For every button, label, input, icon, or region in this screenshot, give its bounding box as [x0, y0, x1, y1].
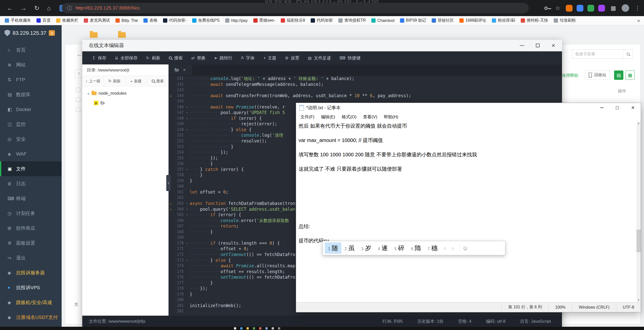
menu-dots-icon[interactable]: ⋮	[635, 5, 640, 12]
ime-candidate[interactable]: 4遂	[375, 242, 391, 254]
editor-toolbar-save_all-button[interactable]: ⇊全部保存	[110, 51, 142, 64]
bookmark-item[interactable]: Bitly. The	[113, 16, 141, 25]
editor-toolbar-save-button[interactable]: ↧保存	[88, 51, 110, 64]
editor-toolbar-goto-button[interactable]: ➤跳转行	[210, 51, 237, 64]
sidebar-item-appstore[interactable]: ⊞软件商店	[0, 221, 62, 236]
code-line[interactable]: 141········console.log('地址: ' + address …	[169, 76, 562, 82]
bookmark-item[interactable]: Chaintool	[369, 16, 397, 25]
sidebar-item-site[interactable]: ⊕网站	[0, 57, 62, 72]
close-button[interactable]: ✕	[625, 103, 641, 113]
taskbar-icon[interactable]	[278, 327, 280, 329]
bookmark-item[interactable]: 垃圾刷粉	[551, 16, 579, 25]
sidebar-item-promo-jump[interactable]: ◆跳板机/安全/高速	[0, 295, 62, 310]
tree-item[interactable]: jsfjs	[82, 98, 168, 108]
fold-icon[interactable]: ▾	[186, 167, 188, 173]
bookmark-item[interactable]: 百度	[34, 16, 53, 25]
maximize-button[interactable]	[610, 103, 625, 113]
row-checkbox[interactable]	[76, 88, 80, 92]
bookmark-item[interactable]: BIP39 助记	[397, 16, 429, 25]
bookmark-item[interactable]: http://pay	[222, 16, 251, 25]
sidebar-item-promo-vps[interactable]: ●抗投诉VPS	[0, 280, 62, 295]
home-icon[interactable]: ⌂	[47, 5, 51, 12]
notepad-titlebar[interactable]: *说明.txt - 记事本 ✕	[296, 103, 641, 113]
scroll-down-icon[interactable]: ▼	[636, 298, 641, 302]
fold-icon[interactable]: ▾	[186, 258, 188, 264]
bookmark-item[interactable]: 手机收藏夹	[2, 16, 34, 25]
bookmark-item[interactable]: 福彩快乐8	[278, 16, 308, 25]
menu-item[interactable]: 编辑(E)	[318, 114, 339, 120]
ime-candidate[interactable]: 5碎	[391, 242, 408, 254]
ime-prev-icon[interactable]: ‹	[441, 245, 449, 252]
search-input[interactable]	[572, 52, 623, 56]
menu-item[interactable]: 格式(O)	[338, 114, 360, 120]
editor-toolbar-hotkeys-button[interactable]: ⌨快捷键	[335, 51, 365, 64]
menu-item[interactable]: 文件(F)	[297, 114, 318, 120]
taskbar-icon[interactable]	[253, 327, 255, 329]
bookmark-item[interactable]: 代码加密-	[160, 16, 189, 25]
server-header[interactable]: 83.229.125.37 0	[0, 25, 62, 36]
code-line[interactable]: ⚠144········await sendTransferFrom(tronW…	[169, 93, 562, 99]
bookmark-item[interactable]: 推特粉-又快	[518, 16, 551, 25]
minimize-icon[interactable]	[520, 45, 524, 46]
fold-icon[interactable]: ▾	[186, 201, 188, 207]
sidebar-item-promo-server[interactable]: ◆抗投诉服务器	[0, 265, 62, 280]
url-bar[interactable]: ⓘ http://83.229.125.37:8888/files	[62, 3, 529, 13]
fold-icon[interactable]: ▾	[186, 116, 188, 122]
url-text[interactable]: http://83.229.125.37:8888/files	[75, 5, 140, 11]
files-toolbar-refresh-button[interactable]: ↻刷新	[104, 76, 126, 86]
editor-titlebar[interactable]: 在线文本编辑器 ✕	[82, 40, 562, 51]
bookmark-item[interactable]: 查询授权TR	[336, 16, 369, 25]
ime-candidate[interactable]: 1随	[325, 242, 341, 254]
sidebar-item-terminal[interactable]: ⌨终端	[0, 191, 62, 206]
back-icon[interactable]: ←	[7, 5, 13, 12]
editor-toolbar-refresh-button[interactable]: ↻刷新	[142, 51, 165, 64]
notepad-content[interactable]: 然后 如果有代币大于你设置的阈值 就会自动提币var max_amount = …	[296, 121, 641, 302]
panel-collapse-handle[interactable]: ‹	[166, 175, 171, 191]
search-button[interactable]	[623, 50, 632, 58]
editor-toolbar-font-button[interactable]: A字体	[237, 51, 259, 64]
ime-candidate[interactable]: 3岁	[358, 242, 375, 254]
bookmark-item[interactable]: 1688刷评论	[457, 16, 489, 25]
sidebar-item-ftp[interactable]: ⇅FTP	[0, 72, 62, 87]
bookmark-item[interactable]: 表格	[141, 16, 160, 25]
taskbar-icon[interactable]	[240, 327, 243, 329]
files-toolbar-up-button[interactable]: ↑上一级	[82, 76, 104, 86]
tab-fjs[interactable]: fjs ✕	[169, 64, 192, 75]
sidebar-item-panel-settings[interactable]: ⚙面板设置	[0, 236, 62, 250]
site-info-icon[interactable]: ⓘ	[67, 5, 72, 12]
sidebar-item-cron[interactable]: ◷计划任务	[0, 206, 62, 221]
back-arrow-icon[interactable]: ←	[76, 50, 83, 58]
fold-icon[interactable]: ▾	[186, 110, 188, 116]
extension-icon[interactable]	[598, 5, 605, 12]
sidebar-item-monitor[interactable]: ◫监控	[0, 117, 62, 132]
scrollbar-thumb[interactable]	[636, 230, 641, 252]
recycle-bin-button[interactable]: 回收站	[585, 70, 610, 80]
extension-icon[interactable]	[577, 5, 583, 12]
sidebar-item-security[interactable]: ◎安全	[0, 132, 62, 146]
fold-icon[interactable]: ▾	[186, 207, 188, 212]
taskbar-icon[interactable]	[234, 327, 236, 329]
bookmark-star-icon[interactable]: ☆	[555, 5, 560, 12]
row-checkbox[interactable]	[76, 107, 80, 112]
ime-next-icon[interactable]: ›	[449, 245, 457, 252]
sidebar-item-files[interactable]: ▣文件	[0, 161, 62, 176]
reload-icon[interactable]: ↻	[34, 5, 39, 12]
server-badge[interactable]: 0	[49, 30, 55, 36]
sidebar-item-home[interactable]: ⌂首页	[0, 43, 62, 57]
bookmark-item[interactable]: 登链社区	[429, 16, 457, 25]
files-toolbar-add-button[interactable]: +新建	[126, 76, 147, 86]
scroll-up-icon[interactable]: ▲	[636, 121, 641, 125]
files-toolbar-search-button[interactable]: 搜索	[147, 76, 168, 86]
folder-icon[interactable]	[118, 32, 126, 38]
ime-candidate[interactable]: 7穗	[424, 242, 441, 254]
editor-toolbar-replace-button[interactable]: ⇄替换	[187, 51, 210, 64]
sidebar-item-waf[interactable]: ◈WAF	[0, 146, 62, 161]
code-line[interactable]: 143	[169, 87, 562, 93]
code-line[interactable]: 142········await sendTelegramMessage(add…	[169, 82, 562, 87]
close-icon[interactable]: ✕	[551, 43, 555, 49]
taskbar-icon[interactable]	[259, 327, 261, 329]
bookmarks-overflow-icon[interactable]: »	[633, 18, 644, 23]
tab-close-icon[interactable]: ✕	[183, 68, 186, 72]
sidebar-item-promo-domain[interactable]: ◆注册域名USDT支付	[0, 310, 62, 325]
list-view-button[interactable]: ▤	[614, 70, 623, 80]
